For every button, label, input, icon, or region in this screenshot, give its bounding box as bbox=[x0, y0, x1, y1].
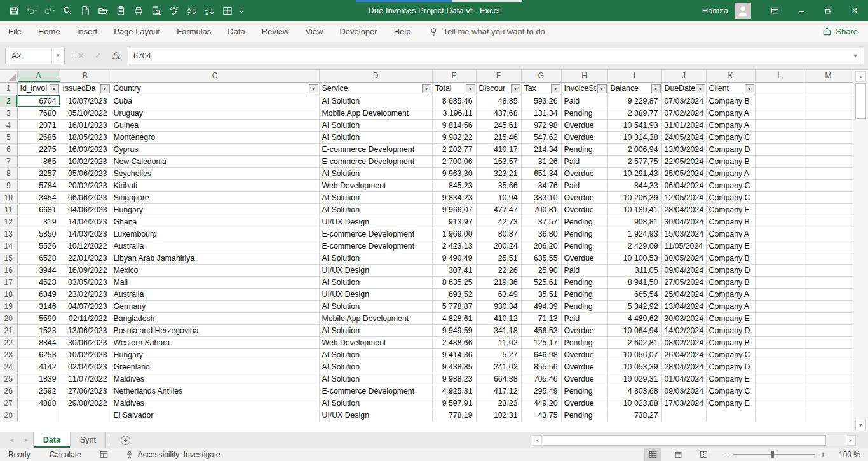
row-header-21[interactable]: 21 bbox=[0, 324, 17, 336]
cell-D19[interactable]: AI Solution bbox=[319, 300, 432, 312]
sheet-tab-synt[interactable]: Synt bbox=[71, 432, 106, 448]
cell-A12[interactable]: 319 bbox=[17, 216, 60, 228]
cell-K22[interactable]: Company B bbox=[706, 336, 755, 348]
cell-C23[interactable]: Hungary bbox=[111, 348, 319, 361]
cell-I20[interactable]: 4 489,62 bbox=[607, 312, 661, 324]
new-sheet-button[interactable]: + bbox=[121, 436, 130, 445]
filter-dropdown-icon[interactable]: ▼ bbox=[651, 84, 661, 93]
cell-G11[interactable]: 700,81 bbox=[521, 203, 561, 216]
qat-customize-button[interactable] bbox=[238, 3, 245, 19]
cell-L18[interactable] bbox=[755, 288, 804, 300]
cell-D23[interactable]: AI Solution bbox=[319, 348, 432, 361]
cell-K2[interactable]: Company B bbox=[706, 95, 755, 107]
cell-F5[interactable]: 215,46 bbox=[476, 131, 521, 143]
cell-J14[interactable]: 11/05/2024 bbox=[661, 240, 706, 252]
cell-I27[interactable]: 10 023,88 bbox=[607, 397, 661, 409]
cell-F22[interactable]: 11,02 bbox=[476, 336, 521, 348]
cell-D25[interactable]: AI Solution bbox=[319, 373, 432, 385]
cell-K26[interactable]: Company C bbox=[706, 385, 755, 397]
cell-K6[interactable]: Company D bbox=[706, 143, 755, 155]
cell-B9[interactable]: 20/02/2023 bbox=[60, 179, 111, 191]
filter-dropdown-icon[interactable]: ▼ bbox=[511, 84, 520, 93]
cell-K3[interactable]: Company A bbox=[706, 107, 755, 119]
cell-M24[interactable] bbox=[804, 361, 853, 373]
filter-dropdown-icon[interactable]: ▼ bbox=[597, 84, 607, 93]
cell-E6[interactable]: 2 202,77 bbox=[432, 143, 476, 155]
column-header-L[interactable]: L bbox=[755, 70, 804, 82]
cell-E24[interactable]: 9 438,85 bbox=[432, 361, 476, 373]
cell-M10[interactable] bbox=[804, 191, 853, 203]
column-header-M[interactable]: M bbox=[804, 70, 853, 82]
cell-J4[interactable]: 31/01/2024 bbox=[661, 119, 706, 131]
cell-L9[interactable] bbox=[755, 179, 804, 191]
row-header-19[interactable]: 19 bbox=[0, 300, 17, 312]
cell-A11[interactable]: 6681 bbox=[17, 203, 60, 216]
cell-L16[interactable] bbox=[755, 264, 804, 276]
cell-F4[interactable]: 245,61 bbox=[476, 119, 521, 131]
filter-dropdown-icon[interactable]: ▼ bbox=[100, 84, 110, 93]
column-header-H[interactable]: H bbox=[561, 70, 607, 82]
confirm-entry-icon[interactable]: ✓ bbox=[95, 51, 102, 60]
cell-F13[interactable]: 80,87 bbox=[476, 228, 521, 240]
cell-L7[interactable] bbox=[755, 155, 804, 167]
cell-M9[interactable] bbox=[804, 179, 853, 191]
cell-D10[interactable]: AI Solution bbox=[319, 191, 432, 203]
print-button[interactable] bbox=[131, 3, 146, 19]
cell-A27[interactable]: 4888 bbox=[17, 397, 60, 409]
row-header-6[interactable]: 6 bbox=[0, 143, 17, 155]
cell-B15[interactable]: 22/01/2023 bbox=[60, 252, 111, 264]
cell-D24[interactable]: AI Solution bbox=[319, 361, 432, 373]
column-header-A[interactable]: A bbox=[17, 70, 60, 82]
cell-G24[interactable]: 855,56 bbox=[521, 361, 561, 373]
cell-H3[interactable]: Pending bbox=[561, 107, 607, 119]
cell-K5[interactable]: Company C bbox=[706, 131, 755, 143]
cell-J8[interactable]: 25/05/2024 bbox=[661, 167, 706, 179]
accessibility-checker[interactable]: Accessibility: Investigate bbox=[125, 450, 220, 460]
cell-E4[interactable]: 9 814,56 bbox=[432, 119, 476, 131]
row-header-10[interactable]: 10 bbox=[0, 191, 17, 203]
cell-H9[interactable]: Paid bbox=[561, 179, 607, 191]
cell-L14[interactable] bbox=[755, 240, 804, 252]
cell-B24[interactable]: 02/04/2023 bbox=[60, 361, 111, 373]
cell-E25[interactable]: 9 988,23 bbox=[432, 373, 476, 385]
cell-G21[interactable]: 456,53 bbox=[521, 324, 561, 336]
cell-H27[interactable]: Overdue bbox=[561, 397, 607, 409]
cell-L12[interactable] bbox=[755, 216, 804, 228]
cell-G2[interactable]: 593,26 bbox=[521, 95, 561, 107]
cell-E2[interactable]: 8 685,46 bbox=[432, 95, 476, 107]
cell-L23[interactable] bbox=[755, 348, 804, 361]
cell-D12[interactable]: UI/UX Design bbox=[319, 216, 432, 228]
cell-B11[interactable]: 04/06/2023 bbox=[60, 203, 111, 216]
row-header-4[interactable]: 4 bbox=[0, 119, 17, 131]
cell-C27[interactable]: Maldives bbox=[111, 397, 319, 409]
cell-H22[interactable]: Pending bbox=[561, 336, 607, 348]
cell-L15[interactable] bbox=[755, 252, 804, 264]
cell-I7[interactable]: 2 577,75 bbox=[607, 155, 661, 167]
cell-C25[interactable]: Maldives bbox=[111, 373, 319, 385]
cell-B3[interactable]: 05/10/2022 bbox=[60, 107, 111, 119]
cell-J9[interactable]: 06/04/2024 bbox=[661, 179, 706, 191]
cell-L20[interactable] bbox=[755, 312, 804, 324]
cell-F21[interactable]: 341,18 bbox=[476, 324, 521, 336]
cell-H8[interactable]: Overdue bbox=[561, 167, 607, 179]
cell-I6[interactable]: 2 006,94 bbox=[607, 143, 661, 155]
cell-B7[interactable]: 10/02/2023 bbox=[60, 155, 111, 167]
cell-M23[interactable] bbox=[804, 348, 853, 361]
cell-G5[interactable]: 547,62 bbox=[521, 131, 561, 143]
status-calculate[interactable]: Calculate bbox=[50, 450, 81, 459]
cell-B5[interactable]: 18/05/2023 bbox=[60, 131, 111, 143]
cell-F19[interactable]: 930,34 bbox=[476, 300, 521, 312]
cell-L1[interactable] bbox=[755, 82, 804, 95]
cell-G10[interactable]: 383,10 bbox=[521, 191, 561, 203]
cell-F25[interactable]: 664,38 bbox=[476, 373, 521, 385]
row-header-26[interactable]: 26 bbox=[0, 385, 17, 397]
cell-I12[interactable]: 908,81 bbox=[607, 216, 661, 228]
cell-G7[interactable]: 31,26 bbox=[521, 155, 561, 167]
cell-E3[interactable]: 3 196,11 bbox=[432, 107, 476, 119]
cell-K27[interactable]: Company E bbox=[706, 397, 755, 409]
zoom-out-button[interactable]: − bbox=[718, 450, 732, 460]
print-preview-button[interactable] bbox=[149, 3, 164, 19]
cell-F8[interactable]: 323,21 bbox=[476, 167, 521, 179]
cell-E9[interactable]: 845,23 bbox=[432, 179, 476, 191]
cell-I11[interactable]: 10 189,41 bbox=[607, 203, 661, 216]
